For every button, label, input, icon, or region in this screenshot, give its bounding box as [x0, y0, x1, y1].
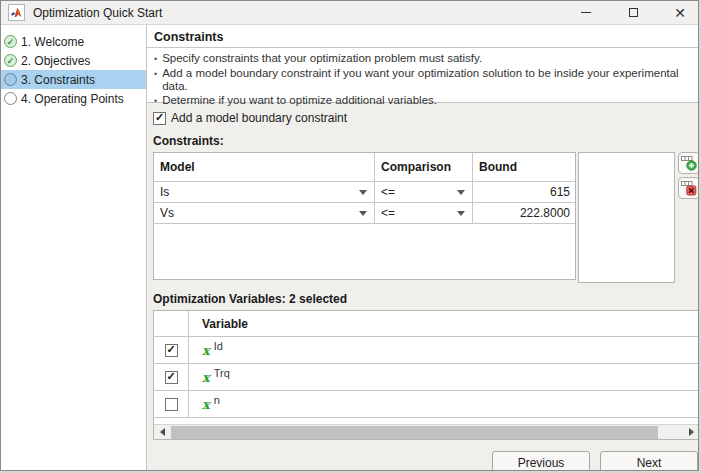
optimization-quick-start-dialog: Optimization Quick Start ✕ 1. Welcome 2.… [0, 0, 699, 471]
sidebar-item-objectives[interactable]: 2. Objectives [1, 51, 146, 70]
maximize-button[interactable] [618, 1, 648, 25]
title-bar: Optimization Quick Start ✕ [1, 1, 698, 25]
bullet-icon: • [154, 68, 157, 94]
column-header-model: Model [154, 153, 375, 181]
chevron-down-icon [359, 190, 367, 195]
comparison-dropdown[interactable]: <= [375, 203, 473, 223]
horizontal-scrollbar[interactable] [154, 424, 699, 439]
bound-field[interactable]: 222.8000 [473, 203, 575, 223]
description-bullet: • Specify constraints that your optimiza… [154, 52, 692, 67]
sidebar-item-operating-points[interactable]: 4. Operating Points [1, 89, 146, 108]
window-title: Optimization Quick Start [33, 6, 571, 20]
step-description-panel: Constraints • Specify constraints that y… [147, 25, 699, 103]
matlab-logo-icon [8, 4, 25, 21]
variable-icon: x [202, 397, 210, 412]
scroll-left-button[interactable] [154, 425, 170, 440]
boundary-constraint-label: Add a model boundary constraint [171, 111, 347, 125]
step-complete-icon [4, 35, 17, 48]
add-table-row-icon [681, 155, 697, 171]
step-pending-icon [4, 73, 17, 86]
empty-table-area [154, 224, 575, 279]
table-row: Vs <= 222.8000 [154, 203, 575, 224]
bullet-icon: • [154, 53, 157, 67]
minimize-icon [581, 12, 591, 13]
table-row: Is <= 615 [154, 182, 575, 203]
optimization-variables-table: Variable x Id [153, 310, 699, 440]
minimize-button[interactable] [571, 1, 601, 25]
close-icon: ✕ [674, 6, 686, 20]
table-row: x Id [154, 337, 699, 364]
model-dropdown[interactable]: Vs [154, 203, 375, 223]
optimization-variables-label: Optimization Variables: 2 selected [153, 292, 699, 306]
arrow-right-icon [689, 428, 694, 436]
constraints-table-header: Model Comparison Bound [154, 153, 575, 182]
variable-checkbox[interactable] [165, 371, 178, 384]
column-header-comparison: Comparison [375, 153, 473, 181]
model-dropdown[interactable]: Is [154, 182, 375, 202]
step-label: 3. Constraints [21, 73, 95, 87]
step-pending-icon [4, 92, 17, 105]
sidebar-item-welcome[interactable]: 1. Welcome [1, 32, 146, 51]
constraints-table: Model Comparison Bound Is <= [153, 152, 576, 280]
wizard-steps-sidebar: 1. Welcome 2. Objectives 3. Constraints … [1, 25, 147, 471]
constraints-table-label: Constraints: [153, 134, 699, 148]
chevron-down-icon [457, 211, 465, 216]
empty-side-panel [578, 152, 675, 283]
scrollbar-track[interactable] [170, 425, 683, 440]
variable-name: Id [214, 340, 223, 352]
select-column-header [154, 311, 189, 336]
add-constraint-button[interactable] [678, 152, 699, 174]
bound-field[interactable]: 615 [473, 182, 575, 202]
boundary-constraint-checkbox[interactable] [153, 112, 166, 125]
previous-button[interactable]: Previous [492, 451, 590, 471]
delete-table-row-icon [681, 180, 697, 196]
scrollbar-thumb[interactable] [171, 426, 658, 439]
column-header-variable: Variable [189, 311, 699, 336]
variable-icon: x [202, 343, 210, 358]
close-button[interactable]: ✕ [665, 1, 695, 25]
chevron-down-icon [359, 211, 367, 216]
column-header-bound: Bound [473, 153, 575, 181]
chevron-down-icon [457, 190, 465, 195]
variable-checkbox[interactable] [165, 344, 178, 357]
arrow-left-icon [160, 428, 165, 436]
maximize-icon [629, 8, 638, 17]
step-label: 4. Operating Points [21, 92, 124, 106]
delete-constraint-button[interactable] [678, 177, 699, 199]
scroll-right-button[interactable] [683, 425, 699, 440]
next-button[interactable]: Next [600, 451, 698, 471]
step-complete-icon [4, 54, 17, 67]
variable-checkbox[interactable] [165, 398, 178, 411]
step-label: 2. Objectives [21, 54, 90, 68]
table-row: x Trq [154, 364, 699, 391]
step-label: 1. Welcome [21, 35, 84, 49]
variable-name: Trq [214, 367, 230, 379]
description-bullet: • Add a model boundary constraint if you… [154, 67, 692, 94]
page-title: Constraints [147, 25, 699, 48]
variable-name: n [214, 394, 220, 406]
sidebar-item-constraints[interactable]: 3. Constraints [1, 70, 146, 89]
comparison-dropdown[interactable]: <= [375, 182, 473, 202]
table-row: x n [154, 391, 699, 418]
variables-table-header: Variable [154, 311, 699, 337]
variable-icon: x [202, 370, 210, 385]
